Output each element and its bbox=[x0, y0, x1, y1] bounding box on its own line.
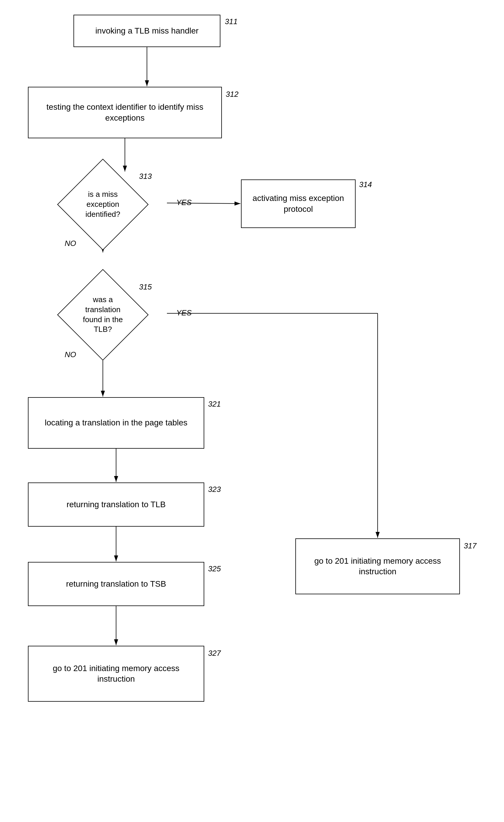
ref-314: 314 bbox=[359, 180, 372, 189]
diamond-315-label: was atranslationfound in theTLB? bbox=[76, 295, 129, 335]
box-312: testing the context identifier to identi… bbox=[28, 87, 222, 138]
diamond-315-wrapper: was atranslationfound in theTLB? bbox=[68, 280, 138, 350]
box-327-label: go to 201 initiating memory access instr… bbox=[33, 663, 199, 685]
flowchart-diagram: invoking a TLB miss handler 311 testing … bbox=[0, 0, 504, 822]
box-314: activating miss exception protocol bbox=[241, 179, 356, 228]
ref-317: 317 bbox=[464, 541, 476, 550]
diamond-313-label: is a missexceptionidentified? bbox=[76, 189, 129, 219]
box-312-label: testing the context identifier to identi… bbox=[33, 102, 217, 123]
box-317: go to 201 initiating memory access instr… bbox=[295, 538, 460, 594]
box-311-label: invoking a TLB miss handler bbox=[95, 26, 198, 36]
yes-label-313: YES bbox=[176, 198, 192, 207]
box-321: locating a translation in the page table… bbox=[28, 397, 204, 449]
box-325: returning translation to TSB bbox=[28, 562, 204, 606]
box-311: invoking a TLB miss handler bbox=[73, 15, 220, 47]
ref-313: 313 bbox=[139, 172, 152, 181]
box-314-label: activating miss exception protocol bbox=[246, 193, 351, 215]
box-323-label: returning translation to TLB bbox=[66, 499, 165, 510]
box-317-label: go to 201 initiating memory access instr… bbox=[300, 556, 455, 577]
ref-323: 323 bbox=[208, 485, 221, 494]
diamond-313-wrapper: is a missexceptionidentified? bbox=[68, 170, 138, 239]
box-325-label: returning translation to TSB bbox=[66, 579, 166, 589]
ref-311: 311 bbox=[225, 17, 237, 26]
ref-325: 325 bbox=[208, 564, 221, 573]
box-321-label: locating a translation in the page table… bbox=[45, 417, 187, 428]
no-label-313: NO bbox=[65, 239, 76, 248]
box-327: go to 201 initiating memory access instr… bbox=[28, 646, 204, 702]
no-label-315: NO bbox=[65, 350, 76, 359]
ref-327: 327 bbox=[208, 649, 221, 658]
ref-312: 312 bbox=[226, 90, 238, 99]
ref-315: 315 bbox=[139, 283, 152, 292]
ref-321: 321 bbox=[208, 400, 221, 409]
yes-label-315: YES bbox=[176, 308, 192, 318]
box-323: returning translation to TLB bbox=[28, 482, 204, 527]
